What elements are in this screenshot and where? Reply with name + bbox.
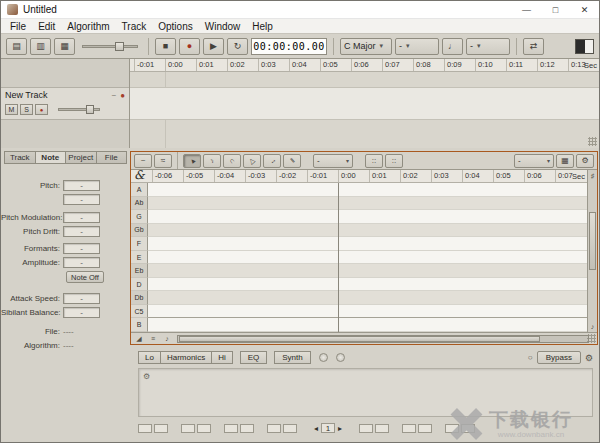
note-lane[interactable] (148, 197, 587, 211)
volume-slider[interactable] (58, 105, 100, 114)
field-value[interactable]: - (63, 212, 100, 223)
menu-item[interactable]: Help (246, 21, 279, 32)
note-lane[interactable] (148, 224, 587, 238)
macro-value-box[interactable] (224, 424, 238, 433)
zoom-grip[interactable] (588, 137, 597, 146)
track-record-button[interactable]: ● (35, 104, 48, 115)
field-value[interactable]: - (63, 180, 100, 191)
synth-tab[interactable]: Synth (274, 351, 310, 364)
scroll-down-icon[interactable]: ♪ (588, 323, 597, 330)
note-lane[interactable] (148, 278, 587, 292)
maximize-button[interactable]: □ (541, 1, 570, 18)
panel-toggle-button[interactable] (575, 39, 594, 54)
view-button[interactable]: ▦ (54, 38, 75, 55)
field-value[interactable]: - (63, 243, 100, 254)
tempo-select[interactable]: - ▾ (395, 38, 439, 55)
macro-value-box[interactable] (418, 424, 432, 433)
track-lane[interactable] (130, 87, 599, 120)
zoom-grip[interactable] (587, 334, 596, 343)
next-page-button[interactable]: ▸ (338, 424, 342, 433)
editor-ruler[interactable]: Sec -0:06-0:05-0:04-0:03-0:02-0:010:000:… (131, 170, 587, 183)
record-button[interactable]: ● (179, 38, 200, 55)
macro-value-box[interactable] (154, 424, 168, 433)
menu-item[interactable]: Options (152, 21, 198, 32)
scroll-up-icon[interactable]: ♯ (588, 172, 597, 179)
inspector-tab[interactable]: File (97, 151, 128, 164)
reference-select[interactable]: - ▾ (466, 38, 510, 55)
prev-page-button[interactable]: ◂ (314, 424, 318, 433)
macro-control[interactable] (224, 424, 254, 433)
note-edit-select[interactable]: - ▾ (313, 154, 353, 168)
time-macro-button[interactable]: ≈ (154, 154, 172, 168)
note-lane[interactable] (148, 183, 587, 197)
editor-tool-button[interactable]: ↔ (263, 154, 281, 168)
macro-value-box[interactable] (283, 424, 297, 433)
macro-value-box[interactable] (197, 424, 211, 433)
note-lane[interactable] (148, 318, 587, 332)
slider-thumb[interactable] (115, 42, 124, 51)
arrangement-ruler[interactable]: Sec -0:010:000:010:020:030:040:050:060:0… (130, 59, 599, 72)
view-button[interactable]: ▥ (30, 38, 51, 55)
record-arm-icon[interactable]: ● (120, 91, 125, 100)
field-value[interactable]: - (63, 226, 100, 237)
key-select[interactable]: C Major ▾ (340, 38, 392, 55)
algorithm-icon[interactable]: ~ (111, 91, 116, 100)
grid-icon[interactable]: ▦ (556, 154, 574, 168)
vertical-scrollbar[interactable]: ♯ ♪ (587, 170, 597, 332)
inspector-tab[interactable]: Track (4, 151, 36, 164)
macro-value-box[interactable] (445, 424, 459, 433)
note-lane[interactable] (148, 305, 587, 319)
macro-value-box[interactable] (359, 424, 373, 433)
editor-tool-button[interactable]: ‖ (283, 154, 301, 168)
inspector-tab[interactable]: Project (66, 151, 97, 164)
volume-thumb[interactable] (86, 105, 94, 114)
macro-control[interactable] (402, 424, 432, 433)
mute-button[interactable]: M (5, 104, 18, 115)
stop-button[interactable]: ■ (155, 38, 176, 55)
minimize-button[interactable]: — (512, 1, 541, 18)
editor-tool-button[interactable]: △ (243, 154, 261, 168)
macro-value-box[interactable] (240, 424, 254, 433)
macro-value-box[interactable] (402, 424, 416, 433)
menu-item[interactable]: Edit (32, 21, 61, 32)
view-button[interactable]: ▤ (6, 38, 27, 55)
editor-bottom-icon[interactable]: ♪ (161, 334, 173, 343)
vertical-scroll-thumb[interactable] (589, 212, 596, 270)
cycle-button[interactable]: ↻ (227, 38, 248, 55)
note-off-button[interactable]: Note Off (66, 271, 104, 283)
tempo-slider[interactable] (82, 42, 138, 51)
macro-control[interactable] (359, 424, 389, 433)
gear-icon[interactable]: ⚙ (576, 154, 594, 168)
pitch-macro-button[interactable]: ~ (134, 154, 152, 168)
menu-item[interactable]: Track (116, 21, 153, 32)
auto-scroll-button[interactable]: ⇄ (523, 38, 544, 55)
macro-value-box[interactable] (461, 424, 475, 433)
field-value[interactable]: - (63, 194, 100, 205)
horizontal-scroll-thumb[interactable] (179, 336, 540, 342)
amount-knob[interactable] (336, 353, 345, 362)
note-lane[interactable] (148, 237, 587, 251)
macro-value-box[interactable] (181, 424, 195, 433)
menu-item[interactable]: Algorithm (61, 21, 115, 32)
field-value[interactable]: - (63, 307, 100, 318)
eq-tab[interactable]: EQ (240, 351, 268, 364)
macro-value-box[interactable] (375, 424, 389, 433)
menu-item[interactable]: File (4, 21, 32, 32)
macro-value-box[interactable] (267, 424, 281, 433)
editor-tool-button[interactable]: ▲ (183, 154, 201, 168)
menu-item[interactable]: Window (199, 21, 247, 32)
macro-control[interactable] (445, 424, 475, 433)
macro-control[interactable] (267, 424, 297, 433)
mix-knob[interactable] (319, 353, 328, 362)
inspector-tab[interactable]: Note (36, 151, 67, 164)
play-button[interactable]: ▶ (203, 38, 224, 55)
arrangement-lanes[interactable] (130, 72, 599, 148)
note-lane[interactable] (148, 210, 587, 224)
display-settings-icon[interactable]: ⚙ (143, 372, 150, 381)
field-value[interactable]: - (63, 293, 100, 304)
time-grid-button[interactable]: :: (385, 154, 403, 168)
note-lane[interactable] (148, 251, 587, 265)
field-value[interactable]: - (63, 257, 100, 268)
solo-button[interactable]: S (20, 104, 33, 115)
macro-control[interactable] (138, 424, 168, 433)
